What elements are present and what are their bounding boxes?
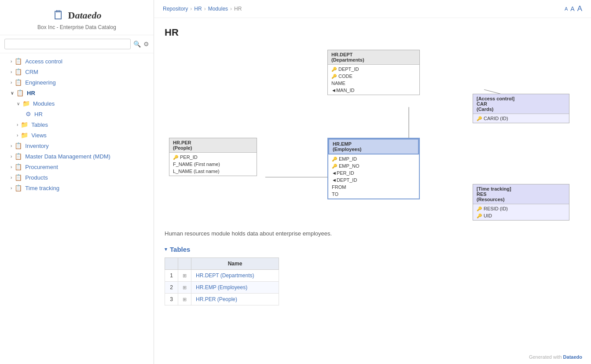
sidebar-item-procurement[interactable]: › 📋 Procurement	[0, 162, 154, 172]
col-name: ◄DEPT_ID	[332, 177, 357, 183]
nav-icon: 📋	[15, 174, 22, 181]
table-desc: (People)	[173, 145, 253, 151]
erd-table-time-tracking-res[interactable]: [Time tracking] RES (Resources) 🔑 RESID …	[473, 184, 569, 221]
col-header-num	[165, 258, 178, 270]
erd-table-header: [Access control] CAR (Cards)	[473, 94, 569, 114]
table-row: 🔑 CODE	[328, 73, 419, 80]
font-large[interactable]: A	[577, 4, 582, 13]
table-link[interactable]: HR.EMP (Employees)	[196, 284, 247, 290]
col-name: NAME	[331, 81, 345, 86]
filter-icon[interactable]: ⚙	[143, 40, 149, 48]
erd-table-header: [Time tracking] RES (Resources)	[473, 184, 569, 204]
sidebar: 🗒 Dataedo Box Inc - Enterprise Data Cata…	[0, 0, 154, 364]
breadcrumb-repository[interactable]: Repository	[163, 6, 188, 12]
col-name: EMP_NO	[339, 163, 359, 169]
sidebar-item-time-tracking[interactable]: › 📋 Time tracking	[0, 183, 154, 193]
nav-icon: 📋	[15, 153, 22, 160]
font-small[interactable]: A	[565, 6, 568, 11]
col-name: PER_ID	[180, 154, 198, 160]
nav-icon: 📋	[15, 58, 22, 65]
table-row: 🔑 EMP_NO	[328, 162, 419, 169]
table-row: ◄PER_ID	[328, 169, 419, 176]
pk-icon: 🔑	[173, 155, 178, 160]
erd-table-hr-emp[interactable]: HR.EMP (Employees) 🔑 EMP_ID 🔑 EMP_NO ◄PE…	[327, 138, 420, 199]
breadcrumb-modules[interactable]: Modules	[208, 6, 228, 12]
col-name: TO	[332, 191, 338, 197]
caret-icon: ›	[11, 165, 12, 169]
erd-table-hr-dept[interactable]: HR.DEPT (Departments) 🔑 DEPT_ID 🔑 CODE N…	[327, 50, 420, 95]
sidebar-item-tables[interactable]: › 📁 Tables	[0, 119, 154, 130]
erd-table-header: HR.PER (People)	[169, 138, 257, 153]
nav-tree: › 📋 Access control › 📋 CRM › 📋 Engineeri…	[0, 53, 154, 364]
col-name: EMP_ID	[339, 156, 357, 162]
caret-icon: ›	[11, 80, 12, 85]
pk-icon: 🔑	[477, 213, 482, 218]
table-body: 🔑 DEPT_ID 🔑 CODE NAME ◄MAN_ID	[328, 65, 419, 95]
caret-icon: ∨	[17, 101, 20, 106]
row-num: 3	[165, 294, 178, 305]
col-name: L_NAME (Last name)	[173, 169, 220, 174]
tables-section-header[interactable]: ▾ Tables	[165, 246, 580, 253]
breadcrumb-hr1[interactable]: HR	[194, 6, 202, 12]
caret-icon: ›	[11, 154, 12, 159]
row-name: HR.DEPT (Departments)	[191, 270, 279, 282]
pk-icon: 🔑	[477, 206, 482, 211]
table-row: 🔑 PER_ID	[169, 154, 257, 161]
tables-table: Name 1 ⊞ HR.DEPT (Departments) 2 ⊞	[165, 257, 279, 305]
logo-icon: 🗒	[52, 8, 65, 22]
page-title: HR	[165, 27, 580, 38]
nav-icon: 📁	[21, 121, 28, 128]
table-row: ◄DEPT_ID	[328, 176, 419, 184]
footer-text: Generated with	[529, 354, 563, 360]
search-icon[interactable]: 🔍	[133, 40, 141, 48]
sidebar-item-inventory[interactable]: › 📋 Inventory	[0, 140, 154, 151]
sidebar-item-crm[interactable]: › 📋 CRM	[0, 66, 154, 77]
page-content: HR	[154, 18, 591, 314]
caret-icon: ›	[11, 186, 12, 191]
sidebar-item-hr[interactable]: ∨ 📋 HR	[0, 88, 154, 98]
erd-table-access-control-car[interactable]: [Access control] CAR (Cards) 🔑 CARID (ID…	[473, 94, 569, 123]
pk-icon: 🔑	[332, 164, 337, 169]
erd-table-hr-per[interactable]: HR.PER (People) 🔑 PER_ID F_NAME (First n…	[169, 138, 257, 176]
logo-area: 🗒 Dataedo	[7, 8, 147, 22]
row-name: HR.PER (People)	[191, 294, 279, 305]
table-row: ◄MAN_ID	[328, 87, 419, 94]
table-icon: ⊞	[183, 273, 187, 278]
row-num: 2	[165, 282, 178, 294]
search-input[interactable]	[4, 39, 131, 49]
nav-icon: ⚙	[26, 110, 31, 118]
nav-icon: 📋	[15, 79, 22, 86]
sidebar-item-products[interactable]: › 📋 Products	[0, 172, 154, 183]
breadcrumb-sep1: ›	[190, 6, 192, 12]
erd-table-header: HR.EMP (Employees)	[328, 139, 419, 154]
table-row: 🔑 EMP_ID	[328, 155, 419, 162]
font-medium[interactable]: A	[570, 5, 574, 12]
caret-icon: ∨	[11, 91, 14, 96]
table-row: NAME	[328, 80, 419, 87]
module-description: Human resources module holds data about …	[165, 230, 580, 237]
caret-icon: ›	[17, 133, 18, 138]
footer-brand: Dataedo	[563, 354, 582, 360]
col-name: CODE	[338, 74, 352, 79]
table-name: HR.DEPT	[331, 52, 416, 57]
sidebar-item-hr-module[interactable]: ⚙ HR	[0, 109, 154, 119]
caret-icon: ›	[11, 143, 12, 148]
table-link[interactable]: HR.DEPT (Departments)	[196, 272, 254, 279]
sidebar-item-views[interactable]: › 📁 Views	[0, 130, 154, 140]
sidebar-item-modules[interactable]: ∨ 📁 Modules	[0, 98, 154, 109]
caret-icon: ›	[11, 59, 12, 64]
nav-icon: 📋	[15, 184, 22, 191]
table-row: 1 ⊞ HR.DEPT (Departments)	[165, 270, 279, 282]
table-body: 🔑 PER_ID F_NAME (First name) L_NAME (Las…	[169, 153, 257, 176]
table-row: FROM	[328, 184, 419, 191]
pk-icon: 🔑	[332, 157, 337, 162]
table-row: 🔑 CARID (ID)	[473, 115, 569, 122]
col-name: ◄PER_ID	[332, 170, 354, 176]
sidebar-item-engineering[interactable]: › 📋 Engineering	[0, 77, 154, 88]
table-row: 🔑 UID	[473, 212, 569, 219]
sidebar-item-access-control[interactable]: › 📋 Access control	[0, 56, 154, 66]
col-name: RESID (ID)	[484, 206, 508, 211]
table-link[interactable]: HR.PER (People)	[196, 296, 237, 302]
sidebar-item-mdm[interactable]: › 📋 Master Data Management (MDM)	[0, 151, 154, 162]
sidebar-header: 🗒 Dataedo Box Inc - Enterprise Data Cata…	[0, 0, 154, 35]
